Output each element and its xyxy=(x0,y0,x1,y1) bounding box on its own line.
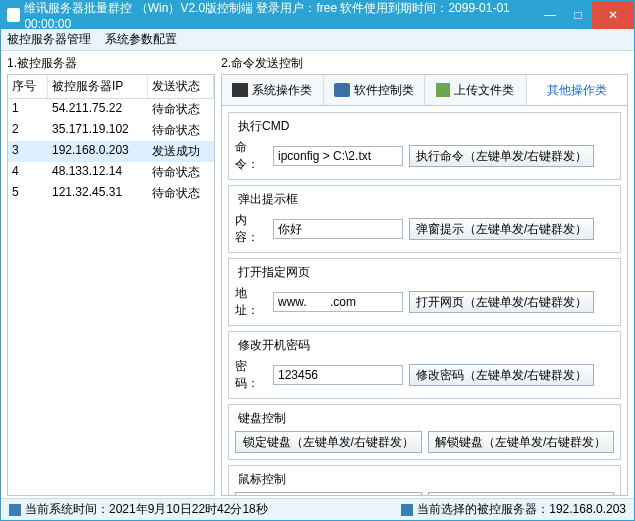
web-button[interactable]: 打开网页（左键单发/右键群发） xyxy=(409,291,594,313)
cell-status: 发送成功 xyxy=(148,141,214,162)
cell-status: 待命状态 xyxy=(148,183,214,204)
cmd-input[interactable] xyxy=(273,146,403,166)
cell-index: 2 xyxy=(8,120,48,141)
tab-system[interactable]: 系统操作类 xyxy=(222,75,324,105)
cell-index: 3 xyxy=(8,141,48,162)
cell-ip: 48.133.12.14 xyxy=(48,162,148,183)
command-panel: 执行CMD 命令： 执行命令（左键单发/右键群发） 弹出提示框 内容： 弹窗提示… xyxy=(221,105,628,496)
tab-upload[interactable]: 上传文件类 xyxy=(425,75,527,105)
upload-icon xyxy=(436,83,450,97)
group-pwd: 修改开机密码 密码： 修改密码（左键单发/右键群发） xyxy=(228,331,621,399)
group-cmd: 执行CMD 命令： 执行命令（左键单发/右键群发） xyxy=(228,112,621,180)
minimize-button[interactable]: — xyxy=(536,1,564,29)
close-button[interactable]: ✕ xyxy=(592,1,634,29)
mouse-unlock-button[interactable]: 解锁鼠标（左键单发/右键群发） xyxy=(428,492,615,496)
menu-system-config[interactable]: 系统参数配置 xyxy=(105,31,177,48)
table-row[interactable]: 235.171.19.102待命状态 xyxy=(8,120,214,141)
title-text: 维讯服务器批量群控 （Win）V2.0版控制端 登录用户：free 软件使用到期… xyxy=(24,0,536,31)
web-label: 地址： xyxy=(235,285,267,319)
cell-ip: 192.168.0.203 xyxy=(48,141,148,162)
app-window: 维讯服务器批量群控 （Win）V2.0版控制端 登录用户：free 软件使用到期… xyxy=(0,0,635,521)
cell-status: 待命状态 xyxy=(148,120,214,141)
cell-ip: 54.211.75.22 xyxy=(48,99,148,120)
menu-server-manage[interactable]: 被控服务器管理 xyxy=(7,31,91,48)
server-icon xyxy=(401,504,413,516)
maximize-button[interactable]: □ xyxy=(564,1,592,29)
cell-index: 4 xyxy=(8,162,48,183)
tabs: 系统操作类 软件控制类 上传文件类 其他操作类 xyxy=(221,74,628,105)
table-row[interactable]: 5121.32.45.31待命状态 xyxy=(8,183,214,204)
clock-icon xyxy=(9,504,21,516)
kb-lock-button[interactable]: 锁定键盘（左键单发/右键群发） xyxy=(235,431,422,453)
popup-button[interactable]: 弹窗提示（左键单发/右键群发） xyxy=(409,218,594,240)
cmd-label: 命令： xyxy=(235,139,267,173)
pwd-label: 密码： xyxy=(235,358,267,392)
status-selected: 当前选择的被控服务器：192.168.0.203 xyxy=(417,502,626,516)
statusbar: 当前系统时间：2021年9月10日22时42分18秒 当前选择的被控服务器：19… xyxy=(1,498,634,520)
cmd-exec-button[interactable]: 执行命令（左键单发/右键群发） xyxy=(409,145,594,167)
group-popup: 弹出提示框 内容： 弹窗提示（左键单发/右键群发） xyxy=(228,185,621,253)
right-title: 2.命令发送控制 xyxy=(221,55,628,72)
cell-status: 待命状态 xyxy=(148,162,214,183)
server-header: 序号 被控服务器IP 发送状态 xyxy=(8,75,214,99)
cell-ip: 35.171.19.102 xyxy=(48,120,148,141)
kb-unlock-button[interactable]: 解锁键盘（左键单发/右键群发） xyxy=(428,431,615,453)
titlebar: 维讯服务器批量群控 （Win）V2.0版控制端 登录用户：free 软件使用到期… xyxy=(1,1,634,29)
cell-index: 1 xyxy=(8,99,48,120)
col-index: 序号 xyxy=(8,75,48,98)
app-icon xyxy=(7,8,20,22)
tab-other[interactable]: 其他操作类 xyxy=(527,75,628,105)
col-ip: 被控服务器IP xyxy=(48,75,148,98)
table-row[interactable]: 154.211.75.22待命状态 xyxy=(8,99,214,120)
cell-ip: 121.32.45.31 xyxy=(48,183,148,204)
web-input[interactable] xyxy=(273,292,403,312)
col-status: 发送状态 xyxy=(148,75,214,98)
table-row[interactable]: 448.133.12.14待命状态 xyxy=(8,162,214,183)
pwd-button[interactable]: 修改密码（左键单发/右键群发） xyxy=(409,364,594,386)
software-icon xyxy=(334,83,350,97)
server-list: 序号 被控服务器IP 发送状态 154.211.75.22待命状态235.171… xyxy=(7,74,215,496)
popup-input[interactable] xyxy=(273,219,403,239)
cell-index: 5 xyxy=(8,183,48,204)
left-title: 1.被控服务器 xyxy=(7,55,215,72)
popup-label: 内容： xyxy=(235,212,267,246)
status-time: 当前系统时间：2021年9月10日22时42分18秒 xyxy=(25,502,268,516)
mouse-lock-button[interactable]: 锁定鼠标（左键单发/右键群发） xyxy=(235,492,422,496)
group-keyboard: 键盘控制 锁定键盘（左键单发/右键群发） 解锁键盘（左键单发/右键群发） xyxy=(228,404,621,460)
cell-status: 待命状态 xyxy=(148,99,214,120)
monitor-icon xyxy=(232,83,248,97)
pwd-input[interactable] xyxy=(273,365,403,385)
group-web: 打开指定网页 地址： 打开网页（左键单发/右键群发） xyxy=(228,258,621,326)
menubar: 被控服务器管理 系统参数配置 xyxy=(1,29,634,51)
table-row[interactable]: 3192.168.0.203发送成功 xyxy=(8,141,214,162)
group-mouse: 鼠标控制 锁定鼠标（左键单发/右键群发） 解锁鼠标（左键单发/右键群发） xyxy=(228,465,621,496)
tab-software[interactable]: 软件控制类 xyxy=(324,75,426,105)
